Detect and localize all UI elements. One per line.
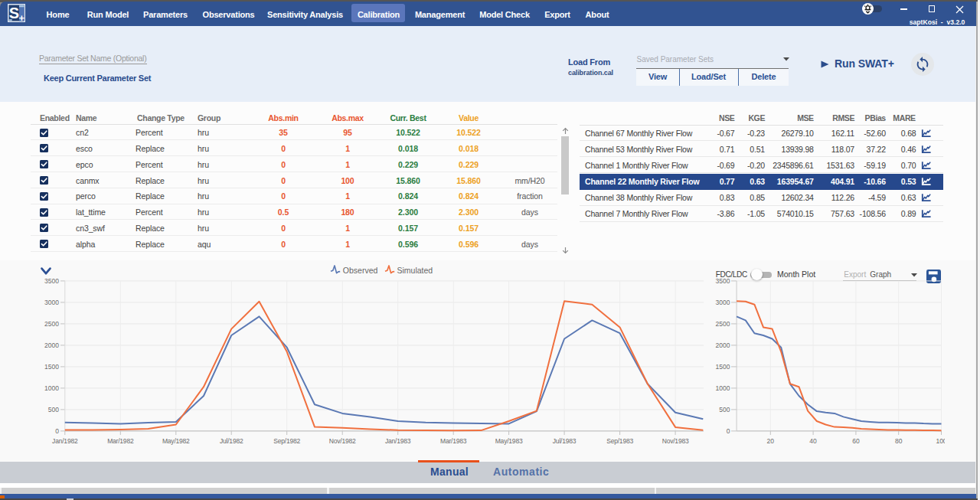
svg-text:Jul/1982: Jul/1982 bbox=[220, 437, 243, 445]
svg-text:3500: 3500 bbox=[44, 277, 59, 285]
svg-text:2000: 2000 bbox=[716, 342, 730, 349]
svg-text:Sep/1983: Sep/1983 bbox=[606, 437, 633, 445]
svg-text:Jul/1983: Jul/1983 bbox=[553, 437, 577, 445]
svg-text:0: 0 bbox=[727, 427, 730, 435]
svg-text:40: 40 bbox=[809, 437, 817, 445]
svg-text:1500: 1500 bbox=[716, 363, 730, 371]
svg-text:20: 20 bbox=[767, 437, 775, 445]
svg-text:2500: 2500 bbox=[716, 320, 730, 328]
svg-text:60: 60 bbox=[852, 437, 860, 445]
svg-text:Nov/1983: Nov/1983 bbox=[662, 437, 689, 445]
svg-text:3000: 3000 bbox=[44, 299, 59, 306]
svg-text:Jan/1982: Jan/1982 bbox=[52, 437, 78, 445]
svg-text:2500: 2500 bbox=[44, 320, 59, 328]
svg-text:May/1982: May/1982 bbox=[162, 437, 190, 445]
svg-text:Nov/1982: Nov/1982 bbox=[329, 437, 356, 445]
svg-text:Mar/1982: Mar/1982 bbox=[107, 437, 134, 445]
svg-text:2000: 2000 bbox=[44, 342, 59, 349]
svg-text:S: S bbox=[9, 4, 19, 21]
svg-text:Mar/1983: Mar/1983 bbox=[440, 437, 467, 445]
svg-text:80: 80 bbox=[895, 437, 903, 445]
svg-text:3000: 3000 bbox=[716, 299, 730, 306]
svg-text:+: + bbox=[18, 12, 24, 22]
svg-text:May/1983: May/1983 bbox=[495, 437, 523, 445]
svg-text:0: 0 bbox=[55, 427, 59, 435]
svg-text:Jan/1983: Jan/1983 bbox=[385, 437, 411, 445]
svg-text:1000: 1000 bbox=[44, 384, 59, 392]
svg-text:500: 500 bbox=[48, 406, 59, 413]
svg-text:1500: 1500 bbox=[44, 363, 59, 371]
svg-text:1000: 1000 bbox=[716, 384, 730, 392]
svg-text:100: 100 bbox=[936, 437, 945, 445]
svg-text:500: 500 bbox=[719, 406, 730, 413]
svg-text:Sep/1982: Sep/1982 bbox=[273, 437, 300, 445]
svg-text:3500: 3500 bbox=[716, 277, 730, 285]
